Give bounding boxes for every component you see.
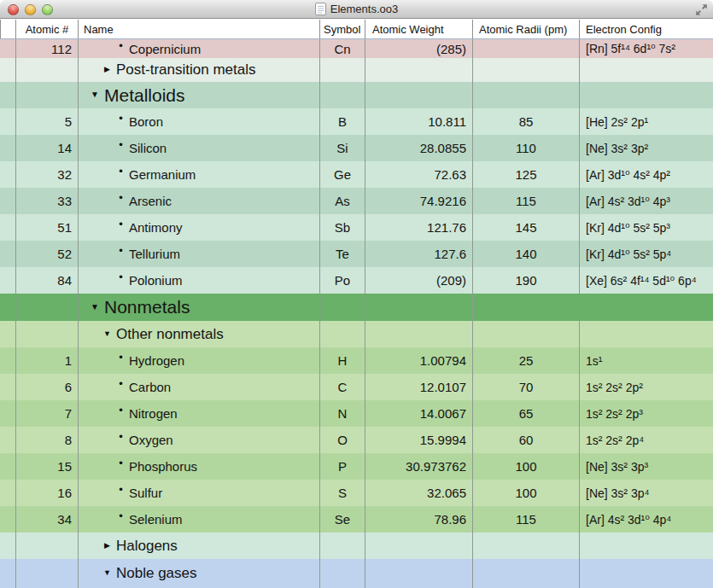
- symbol-cell[interactable]: C: [319, 374, 365, 400]
- name-cell[interactable]: • Oxygen: [78, 427, 319, 453]
- symbol-cell[interactable]: B: [319, 108, 365, 135]
- atomic-number-cell[interactable]: [15, 58, 78, 82]
- bullet-icon[interactable]: •: [116, 271, 126, 283]
- symbol-cell[interactable]: [319, 58, 365, 82]
- name-cell[interactable]: ▼ Nonmetals: [78, 294, 319, 321]
- name-cell[interactable]: • Tellurium: [78, 241, 319, 267]
- name-cell[interactable]: ▼ Metalloids: [78, 82, 319, 108]
- atomic-radii-cell[interactable]: 190: [472, 267, 579, 294]
- bullet-icon[interactable]: •: [116, 457, 126, 469]
- atomic-weight-cell[interactable]: [365, 533, 472, 559]
- electron-config-cell[interactable]: [Kr] 4d¹⁰ 5s² 5p⁴: [579, 241, 713, 267]
- electron-config-cell[interactable]: [Ar] 3d¹⁰ 4s² 4p²: [579, 161, 713, 188]
- name-cell[interactable]: • Polonium: [78, 267, 319, 294]
- electron-config-cell[interactable]: [Ne] 3s² 3p⁴: [579, 480, 713, 506]
- name-cell[interactable]: • Silicon: [78, 135, 319, 161]
- atomic-number-cell[interactable]: 6: [15, 374, 78, 400]
- atomic-number-cell[interactable]: 1: [15, 347, 78, 374]
- atomic-weight-cell[interactable]: [365, 294, 472, 321]
- atomic-weight-cell[interactable]: 28.0855: [365, 135, 472, 161]
- name-cell[interactable]: • Carbon: [78, 374, 319, 400]
- symbol-cell[interactable]: [319, 321, 365, 347]
- minimize-button[interactable]: [25, 4, 36, 15]
- atomic-number-cell[interactable]: [15, 559, 78, 588]
- symbol-cell[interactable]: [319, 559, 365, 588]
- electron-config-cell[interactable]: [Rn] 5f¹⁴ 6d¹⁰ 7s²: [579, 39, 713, 58]
- table-row[interactable]: 33 • Arsenic As 74.9216 115 [Ar] 4s² 3d¹…: [0, 188, 713, 214]
- bullet-icon[interactable]: •: [116, 244, 126, 257]
- name-cell[interactable]: • Selenium: [78, 506, 319, 533]
- atomic-weight-cell[interactable]: (209): [365, 267, 472, 294]
- electron-config-cell[interactable]: 1s² 2s² 2p²: [579, 374, 713, 400]
- name-cell[interactable]: ▼ Noble gases: [78, 559, 319, 588]
- atomic-weight-cell[interactable]: [365, 321, 472, 347]
- electron-config-cell[interactable]: [Ne] 3s² 3p³: [579, 453, 713, 480]
- bullet-icon[interactable]: •: [116, 191, 126, 204]
- resize-arrows-icon[interactable]: [695, 3, 708, 16]
- atomic-number-cell[interactable]: 15: [15, 453, 78, 480]
- atomic-weight-cell[interactable]: 121.76: [365, 214, 472, 241]
- table-row[interactable]: ▶ Post-transition metals: [0, 58, 713, 82]
- symbol-cell[interactable]: [319, 533, 365, 559]
- title-bar[interactable]: Elements.oo3: [0, 0, 713, 19]
- atomic-weight-cell[interactable]: 78.96: [365, 506, 472, 533]
- bullet-icon[interactable]: •: [116, 39, 126, 52]
- atomic-number-cell[interactable]: [15, 82, 78, 108]
- atomic-radii-cell[interactable]: [472, 294, 579, 321]
- atomic-weight-cell[interactable]: 127.6: [365, 241, 472, 267]
- symbol-cell[interactable]: [319, 294, 365, 321]
- table-row[interactable]: ▼ Other nonmetals: [0, 321, 713, 347]
- atomic-radii-cell[interactable]: 70: [472, 374, 579, 400]
- table-row[interactable]: 34 • Selenium Se 78.96 115 [Ar] 4s² 3d¹⁰…: [0, 506, 713, 533]
- electron-config-cell[interactable]: [579, 294, 713, 321]
- table-row[interactable]: 51 • Antimony Sb 121.76 145 [Kr] 4d¹⁰ 5s…: [0, 214, 713, 241]
- atomic-radii-cell[interactable]: 140: [472, 241, 579, 267]
- disclosure-down-icon[interactable]: ▼: [89, 302, 101, 311]
- atomic-weight-cell[interactable]: 10.811: [365, 108, 472, 135]
- symbol-cell[interactable]: H: [319, 347, 365, 374]
- table-row[interactable]: 16 • Sulfur S 32.065 100 [Ne] 3s² 3p⁴: [0, 480, 713, 506]
- table-row[interactable]: 15 • Phosphorus P 30.973762 100 [Ne] 3s²…: [0, 453, 713, 480]
- atomic-weight-cell[interactable]: (285): [365, 39, 472, 58]
- symbol-cell[interactable]: Cn: [319, 39, 365, 58]
- name-cell[interactable]: • Nitrogen: [78, 400, 319, 427]
- electron-config-cell[interactable]: [579, 82, 713, 108]
- electron-config-cell[interactable]: [Kr] 4d¹⁰ 5s² 5p³: [579, 214, 713, 241]
- electron-config-cell[interactable]: [Ne] 3s² 3p²: [579, 135, 713, 161]
- atomic-number-cell[interactable]: 32: [15, 161, 78, 188]
- electron-config-cell[interactable]: [579, 533, 713, 559]
- atomic-radii-cell[interactable]: 125: [472, 161, 579, 188]
- bullet-icon[interactable]: •: [116, 165, 126, 178]
- table-row[interactable]: ▶ Halogens: [0, 533, 713, 559]
- disclosure-down-icon[interactable]: ▼: [102, 568, 113, 577]
- atomic-radii-cell[interactable]: [472, 39, 579, 58]
- symbol-cell[interactable]: Si: [319, 135, 365, 161]
- atomic-number-cell[interactable]: 34: [15, 506, 78, 533]
- atomic-number-cell[interactable]: [15, 533, 78, 559]
- symbol-cell[interactable]: P: [319, 453, 365, 480]
- atomic-radii-cell[interactable]: [472, 559, 579, 588]
- atomic-weight-cell[interactable]: [365, 82, 472, 108]
- atomic-number-cell[interactable]: [15, 294, 78, 321]
- atomic-radii-cell[interactable]: [472, 533, 579, 559]
- atomic-number-cell[interactable]: 14: [15, 135, 78, 161]
- atomic-radii-cell[interactable]: 85: [472, 108, 579, 135]
- atomic-radii-cell[interactable]: [472, 321, 579, 347]
- name-cell[interactable]: ▶ Halogens: [78, 533, 319, 559]
- electron-config-cell[interactable]: [579, 58, 713, 82]
- electron-config-cell[interactable]: [579, 321, 713, 347]
- bullet-icon[interactable]: •: [116, 483, 126, 496]
- column-header-atomic-weight[interactable]: Atomic Weight: [365, 20, 472, 38]
- bullet-icon[interactable]: •: [116, 351, 126, 364]
- bullet-icon[interactable]: •: [116, 138, 126, 151]
- zoom-button[interactable]: [42, 4, 53, 15]
- name-cell[interactable]: • Arsenic: [78, 188, 319, 214]
- atomic-radii-cell[interactable]: 110: [472, 135, 579, 161]
- name-cell[interactable]: • Antimony: [78, 214, 319, 241]
- name-cell[interactable]: • Boron: [78, 108, 319, 135]
- atomic-number-cell[interactable]: 16: [15, 480, 78, 506]
- atomic-number-cell[interactable]: 112: [15, 39, 78, 58]
- electron-config-cell[interactable]: [Xe] 6s² 4f¹⁴ 5d¹⁰ 6p⁴: [579, 267, 713, 294]
- atomic-radii-cell[interactable]: [472, 82, 579, 108]
- bullet-icon[interactable]: •: [116, 377, 126, 390]
